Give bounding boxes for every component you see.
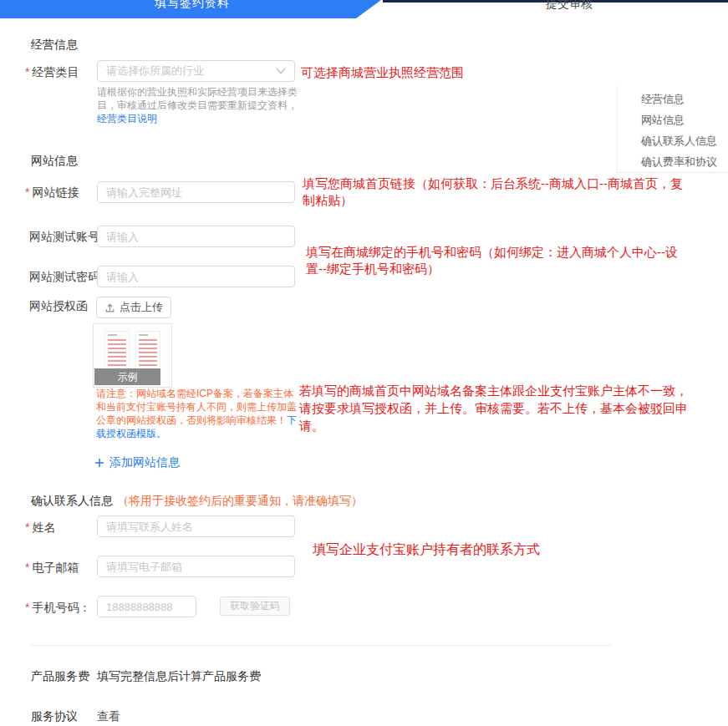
required-mark: *: [25, 65, 29, 79]
field-label-auth-letter: 网站授权函: [29, 299, 88, 314]
test-account-input[interactable]: [97, 226, 295, 247]
contact-phone-input[interactable]: [97, 596, 196, 617]
annotation-contact: 填写企业支付宝账户持有者的联系方式: [313, 541, 540, 558]
tab-fill-contract-info-label: 填写签约资料: [155, 0, 230, 11]
fee-label: 产品服务费: [31, 669, 89, 684]
upload-button[interactable]: 点击上传: [96, 297, 171, 318]
contact-title-text: 确认联系人信息: [31, 494, 113, 507]
field-label-email-text: 电子邮箱: [32, 561, 79, 574]
plus-icon: [94, 458, 104, 468]
nav-item-business-info[interactable]: 经营信息: [641, 89, 728, 109]
add-website-link[interactable]: 添加网站信息: [94, 455, 180, 470]
category-help-text: 请根据你的营业执照和实际经营项目来选择类目，审核通过后修改类目需要重新提交资料，: [97, 86, 298, 111]
auth-letter-sample-image[interactable]: 示例: [93, 323, 172, 388]
category-select[interactable]: 请选择你所属的行业: [97, 60, 295, 82]
divider: [31, 645, 611, 646]
nav-item-rate-agreement[interactable]: 确认费率和协议: [641, 151, 728, 172]
fee-value: 填写完整信息后计算产品服务费: [97, 669, 261, 684]
field-label-phone-text: 手机号码：: [32, 601, 90, 614]
website-url-input[interactable]: [97, 181, 295, 203]
category-help: 请根据你的营业执照和实际经营项目来选择类目，审核通过后修改类目需要重新提交资料，…: [97, 85, 298, 125]
field-label-name-text: 姓名: [32, 520, 55, 534]
sample-tag: 示例: [94, 368, 160, 385]
field-label-website-url-text: 网站链接: [32, 185, 79, 199]
icp-warning-text: 请注意：网站域名需经ICP备案，若备案主体和当前支付宝账号持有人不同，则需上传加…: [96, 388, 297, 426]
nav-item-contact-info[interactable]: 确认联系人信息: [641, 130, 728, 151]
annotation-test-credentials: 填写在商城绑定的手机号和密码（如何绑定：进入商城个人中心--设 置--绑定手机号…: [306, 244, 678, 277]
nav-item-website-info[interactable]: 网站信息: [641, 109, 728, 130]
required-mark: *: [25, 520, 29, 534]
add-website-link-label: 添加网站信息: [109, 455, 180, 470]
required-mark: *: [25, 561, 29, 574]
field-label-category: *经营类目: [25, 65, 79, 80]
section-title-website: 网站信息: [31, 154, 78, 169]
field-label-test-password: 网站测试密码: [29, 270, 99, 285]
required-mark: *: [25, 601, 29, 614]
annotation-website-url: 填写您商城首页链接（如何获取：后台系统--商城入口--商城首页，复 制粘贴）: [303, 175, 683, 209]
upload-icon: [104, 302, 115, 313]
contact-email-input[interactable]: [97, 556, 295, 577]
icp-warning: 请注意：网站域名需经ICP备案，若备案主体和当前支付宝账号持有人不同，则需上传加…: [96, 387, 302, 440]
anchor-nav: 经营信息 网站信息 确认联系人信息 确认费率和协议: [617, 86, 728, 173]
agreement-label: 服务协议: [31, 709, 78, 724]
get-verification-code-button[interactable]: 获取验证码: [220, 597, 290, 616]
field-label-category-text: 经营类目: [32, 65, 79, 79]
field-label-website-url: *网站链接: [25, 185, 79, 201]
field-label-test-account: 网站测试账号: [29, 230, 99, 245]
annotation-category: 可选择商城营业执照经营范围: [301, 64, 464, 81]
category-select-placeholder: 请选择你所属的行业: [106, 63, 204, 79]
contact-subtitle: （将用于接收签约后的重要通知，请准确填写）: [117, 494, 363, 507]
category-help-link[interactable]: 经营类目说明: [97, 113, 157, 124]
field-label-name: *姓名: [25, 520, 55, 536]
test-password-input[interactable]: [97, 266, 295, 287]
field-label-email: *电子邮箱: [25, 561, 79, 576]
upload-button-label: 点击上传: [120, 300, 163, 315]
chevron-down-icon: [276, 68, 286, 74]
section-title-business: 经营信息: [31, 38, 78, 53]
contact-name-input[interactable]: [97, 515, 295, 537]
section-title-contact: 确认联系人信息（将用于接收签约后的重要通知，请准确填写）: [31, 494, 363, 509]
tab-fill-contract-info[interactable]: 填写签约资料: [0, 0, 381, 18]
required-mark: *: [25, 185, 29, 199]
field-label-phone: *手机号码：: [25, 601, 90, 616]
agreement-view-link[interactable]: 查看: [97, 709, 120, 724]
tab-submit-review[interactable]: 提交审核: [546, 0, 593, 12]
annotation-auth-letter: 若填写的商城首页中网站域名备案主体跟企业支付宝账户主体不一致， 请按要求填写授权…: [299, 382, 688, 434]
